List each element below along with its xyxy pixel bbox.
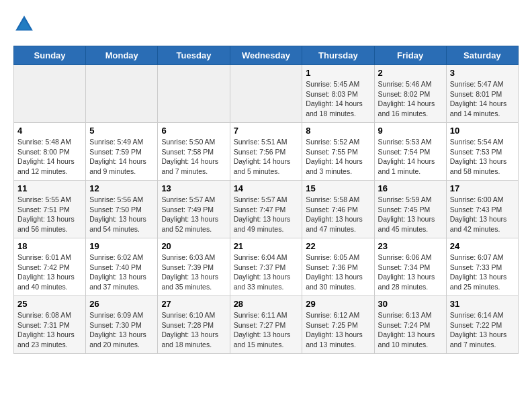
day-number: 31 <box>450 299 515 309</box>
day-number: 4 <box>17 126 82 136</box>
calendar-cell <box>14 65 86 123</box>
day-info: Sunrise: 6:00 AM Sunset: 7:43 PM Dayligh… <box>450 195 515 234</box>
day-info: Sunrise: 6:01 AM Sunset: 7:42 PM Dayligh… <box>17 253 82 292</box>
day-number: 20 <box>161 241 226 251</box>
day-number: 28 <box>234 299 299 309</box>
day-info: Sunrise: 6:12 AM Sunset: 7:25 PM Dayligh… <box>306 310 370 350</box>
day-info: Sunrise: 5:57 AM Sunset: 7:47 PM Dayligh… <box>234 195 299 234</box>
calendar-cell: 16Sunrise: 5:59 AM Sunset: 7:45 PM Dayli… <box>374 181 446 238</box>
day-info: Sunrise: 5:58 AM Sunset: 7:46 PM Dayligh… <box>306 195 370 234</box>
day-info: Sunrise: 6:13 AM Sunset: 7:24 PM Dayligh… <box>378 310 443 350</box>
day-info: Sunrise: 5:48 AM Sunset: 8:00 PM Dayligh… <box>17 137 82 177</box>
day-number: 26 <box>89 299 154 309</box>
day-info: Sunrise: 5:57 AM Sunset: 7:49 PM Dayligh… <box>161 195 226 234</box>
day-number: 29 <box>306 299 370 309</box>
day-number: 9 <box>378 126 443 136</box>
day-number: 10 <box>450 126 515 136</box>
calendar-cell: 24Sunrise: 6:07 AM Sunset: 7:33 PM Dayli… <box>446 238 518 296</box>
day-info: Sunrise: 6:07 AM Sunset: 7:33 PM Dayligh… <box>450 253 515 292</box>
calendar-cell: 12Sunrise: 5:56 AM Sunset: 7:50 PM Dayli… <box>86 181 158 238</box>
calendar-cell <box>158 65 230 123</box>
day-number: 30 <box>378 299 443 309</box>
weekday-header-thursday: Thursday <box>302 46 374 65</box>
day-info: Sunrise: 6:08 AM Sunset: 7:31 PM Dayligh… <box>17 310 82 350</box>
day-info: Sunrise: 6:14 AM Sunset: 7:22 PM Dayligh… <box>450 310 515 350</box>
day-info: Sunrise: 6:04 AM Sunset: 7:37 PM Dayligh… <box>234 253 299 292</box>
day-number: 24 <box>450 241 515 251</box>
day-number: 2 <box>378 68 443 78</box>
logo <box>13 13 38 35</box>
day-number: 14 <box>234 183 299 193</box>
logo-icon <box>13 13 35 35</box>
day-info: Sunrise: 5:50 AM Sunset: 7:58 PM Dayligh… <box>161 137 226 177</box>
day-number: 11 <box>17 183 82 193</box>
day-number: 5 <box>89 126 154 136</box>
calendar-cell: 26Sunrise: 6:09 AM Sunset: 7:30 PM Dayli… <box>86 296 158 354</box>
day-number: 16 <box>378 183 443 193</box>
calendar-cell: 19Sunrise: 6:02 AM Sunset: 7:40 PM Dayli… <box>86 238 158 296</box>
day-info: Sunrise: 6:03 AM Sunset: 7:39 PM Dayligh… <box>161 253 226 292</box>
day-info: Sunrise: 5:55 AM Sunset: 7:51 PM Dayligh… <box>17 195 82 234</box>
day-number: 8 <box>306 126 370 136</box>
calendar-cell: 14Sunrise: 5:57 AM Sunset: 7:47 PM Dayli… <box>230 181 302 238</box>
calendar-cell: 15Sunrise: 5:58 AM Sunset: 7:46 PM Dayli… <box>302 181 374 238</box>
calendar-cell: 11Sunrise: 5:55 AM Sunset: 7:51 PM Dayli… <box>14 181 86 238</box>
weekday-header-wednesday: Wednesday <box>230 46 302 65</box>
weekday-header-friday: Friday <box>374 46 446 65</box>
calendar-cell: 28Sunrise: 6:11 AM Sunset: 7:27 PM Dayli… <box>230 296 302 354</box>
calendar-cell: 21Sunrise: 6:04 AM Sunset: 7:37 PM Dayli… <box>230 238 302 296</box>
calendar-cell: 10Sunrise: 5:54 AM Sunset: 7:53 PM Dayli… <box>446 123 518 181</box>
week-row-4: 18Sunrise: 6:01 AM Sunset: 7:42 PM Dayli… <box>14 238 519 296</box>
calendar-cell: 1Sunrise: 5:45 AM Sunset: 8:03 PM Daylig… <box>302 65 374 123</box>
calendar-cell: 8Sunrise: 5:52 AM Sunset: 7:55 PM Daylig… <box>302 123 374 181</box>
calendar-cell: 25Sunrise: 6:08 AM Sunset: 7:31 PM Dayli… <box>14 296 86 354</box>
page-header <box>13 13 519 35</box>
day-info: Sunrise: 5:46 AM Sunset: 8:02 PM Dayligh… <box>378 79 443 119</box>
weekday-header-row: SundayMondayTuesdayWednesdayThursdayFrid… <box>14 46 519 65</box>
day-number: 27 <box>161 299 226 309</box>
calendar-cell: 31Sunrise: 6:14 AM Sunset: 7:22 PM Dayli… <box>446 296 518 354</box>
calendar-cell: 5Sunrise: 5:49 AM Sunset: 7:59 PM Daylig… <box>86 123 158 181</box>
calendar-cell: 20Sunrise: 6:03 AM Sunset: 7:39 PM Dayli… <box>158 238 230 296</box>
calendar-body: 1Sunrise: 5:45 AM Sunset: 8:03 PM Daylig… <box>14 65 519 354</box>
day-info: Sunrise: 6:11 AM Sunset: 7:27 PM Dayligh… <box>234 310 299 350</box>
day-number: 21 <box>234 241 299 251</box>
calendar-cell: 22Sunrise: 6:05 AM Sunset: 7:36 PM Dayli… <box>302 238 374 296</box>
calendar-cell <box>86 65 158 123</box>
day-number: 6 <box>161 126 226 136</box>
calendar-cell: 23Sunrise: 6:06 AM Sunset: 7:34 PM Dayli… <box>374 238 446 296</box>
calendar-table: SundayMondayTuesdayWednesdayThursdayFrid… <box>13 46 519 354</box>
week-row-3: 11Sunrise: 5:55 AM Sunset: 7:51 PM Dayli… <box>14 181 519 238</box>
week-row-1: 1Sunrise: 5:45 AM Sunset: 8:03 PM Daylig… <box>14 65 519 123</box>
day-number: 22 <box>306 241 370 251</box>
day-info: Sunrise: 6:10 AM Sunset: 7:28 PM Dayligh… <box>161 310 226 350</box>
calendar-cell: 29Sunrise: 6:12 AM Sunset: 7:25 PM Dayli… <box>302 296 374 354</box>
week-row-2: 4Sunrise: 5:48 AM Sunset: 8:00 PM Daylig… <box>14 123 519 181</box>
calendar-cell: 2Sunrise: 5:46 AM Sunset: 8:02 PM Daylig… <box>374 65 446 123</box>
day-number: 18 <box>17 241 82 251</box>
day-number: 7 <box>234 126 299 136</box>
day-info: Sunrise: 6:05 AM Sunset: 7:36 PM Dayligh… <box>306 253 370 292</box>
calendar-cell: 30Sunrise: 6:13 AM Sunset: 7:24 PM Dayli… <box>374 296 446 354</box>
day-info: Sunrise: 5:47 AM Sunset: 8:01 PM Dayligh… <box>450 79 515 119</box>
day-info: Sunrise: 5:45 AM Sunset: 8:03 PM Dayligh… <box>306 79 370 119</box>
weekday-header-saturday: Saturday <box>446 46 518 65</box>
day-info: Sunrise: 5:49 AM Sunset: 7:59 PM Dayligh… <box>89 137 154 177</box>
calendar-cell: 17Sunrise: 6:00 AM Sunset: 7:43 PM Dayli… <box>446 181 518 238</box>
calendar-cell: 3Sunrise: 5:47 AM Sunset: 8:01 PM Daylig… <box>446 65 518 123</box>
weekday-header-monday: Monday <box>86 46 158 65</box>
day-number: 23 <box>378 241 443 251</box>
day-number: 25 <box>17 299 82 309</box>
week-row-5: 25Sunrise: 6:08 AM Sunset: 7:31 PM Dayli… <box>14 296 519 354</box>
calendar-cell: 6Sunrise: 5:50 AM Sunset: 7:58 PM Daylig… <box>158 123 230 181</box>
calendar-cell: 27Sunrise: 6:10 AM Sunset: 7:28 PM Dayli… <box>158 296 230 354</box>
day-number: 17 <box>450 183 515 193</box>
calendar-cell: 18Sunrise: 6:01 AM Sunset: 7:42 PM Dayli… <box>14 238 86 296</box>
day-info: Sunrise: 5:51 AM Sunset: 7:56 PM Dayligh… <box>234 137 299 177</box>
day-info: Sunrise: 6:02 AM Sunset: 7:40 PM Dayligh… <box>89 253 154 292</box>
calendar-cell: 13Sunrise: 5:57 AM Sunset: 7:49 PM Dayli… <box>158 181 230 238</box>
calendar-cell: 4Sunrise: 5:48 AM Sunset: 8:00 PM Daylig… <box>14 123 86 181</box>
weekday-header-tuesday: Tuesday <box>158 46 230 65</box>
day-number: 1 <box>306 68 370 78</box>
day-info: Sunrise: 5:59 AM Sunset: 7:45 PM Dayligh… <box>378 195 443 234</box>
